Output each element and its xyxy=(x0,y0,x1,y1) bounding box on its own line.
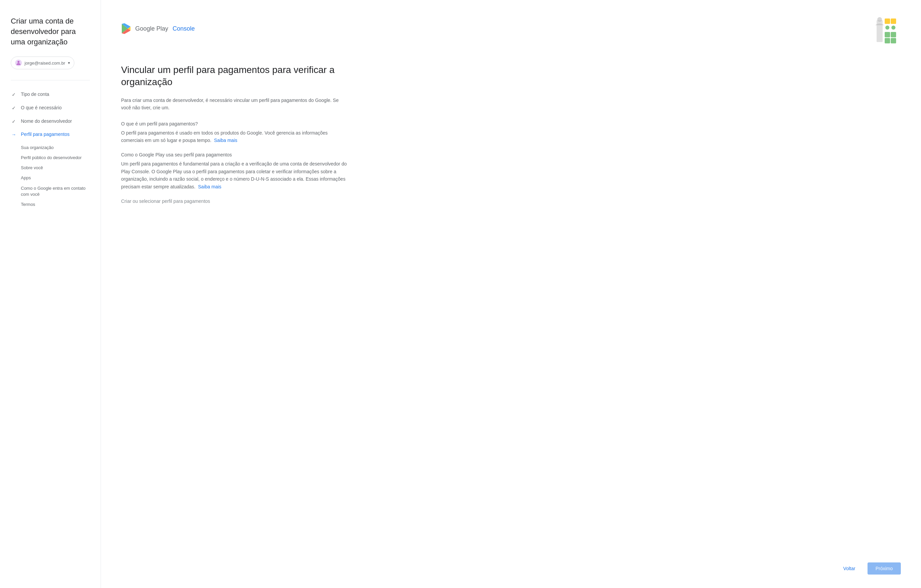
navigation-steps: ✓ Tipo de conta ✓ O que é necessário ✓ N… xyxy=(11,88,90,209)
account-email: jorge@raised.com.br xyxy=(24,60,65,65)
section1-text: O perfil para pagamentos é usado em todo… xyxy=(121,129,350,144)
step-tipo-conta: ✓ Tipo de conta xyxy=(11,88,90,101)
illustration-svg xyxy=(861,13,904,47)
content-area: Vincular um perfil para pagamentos para … xyxy=(121,64,350,224)
logo-text: Google Play Console xyxy=(135,25,195,32)
arrow-icon: → xyxy=(11,132,17,138)
logo-console: Console xyxy=(172,25,195,32)
google-play-logo-icon xyxy=(121,23,132,34)
step-o-que-necessario: ✓ O que é necessário xyxy=(11,102,90,114)
svg-rect-11 xyxy=(891,32,896,37)
step-label-o-que-necessario: O que é necessário xyxy=(21,104,62,111)
sub-step-sua-organizacao: Sua organização xyxy=(21,143,90,152)
back-button[interactable]: Voltar xyxy=(835,562,864,575)
svg-point-14 xyxy=(877,17,882,22)
section1-learn-more-link[interactable]: Saiba mais xyxy=(214,138,237,143)
sidebar-title: Criar uma conta de desenvolvedor para um… xyxy=(11,16,90,47)
step-label-perfil-pagamentos: Perfil para pagamentos xyxy=(21,131,70,138)
svg-point-8 xyxy=(885,26,889,29)
action-link-container: Criar ou selecionar perfil para pagament… xyxy=(121,199,350,204)
svg-rect-12 xyxy=(885,38,890,43)
check-icon-3: ✓ xyxy=(11,119,17,124)
section-what-is: O que é um perfil para pagamentos? O per… xyxy=(121,121,350,144)
step-perfil-pagamentos: → Perfil para pagamentos xyxy=(11,129,90,141)
svg-rect-13 xyxy=(891,38,896,43)
sub-step-termos: Termos xyxy=(21,200,90,209)
svg-rect-5 xyxy=(877,20,883,42)
section-how-google-uses: Como o Google Play usa seu perfil para p… xyxy=(121,152,350,191)
section2-title: Como o Google Play usa seu perfil para p… xyxy=(121,152,350,158)
step-nome-desenvolvedor: ✓ Nome do desenvolvedor xyxy=(11,116,90,127)
section1-title: O que é um perfil para pagamentos? xyxy=(121,121,350,127)
next-button[interactable]: Próximo xyxy=(867,562,901,575)
sub-step-apps: Apps xyxy=(21,174,90,182)
header: Google Play Console xyxy=(121,13,901,44)
sub-step-contato: Como o Google entra em contato com você xyxy=(21,184,90,199)
svg-point-0 xyxy=(18,61,20,63)
divider xyxy=(11,80,90,80)
step-label-nome-desenvolvedor: Nome do desenvolvedor xyxy=(21,118,72,125)
check-icon-2: ✓ xyxy=(11,105,17,111)
sub-step-sobre-voce: Sobre você xyxy=(21,163,90,172)
chevron-down-icon: ▾ xyxy=(68,60,70,65)
logo-google-play: Google Play xyxy=(135,25,168,32)
svg-rect-10 xyxy=(885,32,890,37)
sub-steps: Sua organização Perfil público do desenv… xyxy=(11,143,90,209)
logo: Google Play Console xyxy=(121,23,195,34)
svg-rect-7 xyxy=(891,18,896,24)
check-icon: ✓ xyxy=(11,91,17,98)
create-profile-link[interactable]: Criar ou selecionar perfil para pagament… xyxy=(121,199,210,204)
account-selector[interactable]: jorge@raised.com.br ▾ xyxy=(11,57,74,69)
main-content: Google Play Console xyxy=(101,0,921,588)
main-description: Para criar uma conta de desenvolvedor, é… xyxy=(121,96,350,112)
section2-learn-more-link[interactable]: Saiba mais xyxy=(198,184,221,189)
step-label-tipo-conta: Tipo de conta xyxy=(21,91,49,98)
sidebar: Criar uma conta de desenvolvedor para um… xyxy=(0,0,101,588)
footer-buttons: Voltar Próximo xyxy=(121,549,901,575)
header-illustration xyxy=(861,13,901,44)
page-title: Vincular um perfil para pagamentos para … xyxy=(121,64,350,88)
sub-step-perfil-publico: Perfil público do desenvolvedor xyxy=(21,153,90,162)
svg-point-9 xyxy=(892,26,895,29)
svg-rect-6 xyxy=(885,18,890,24)
section2-text: Um perfil para pagamentos é fundamental … xyxy=(121,160,350,191)
avatar xyxy=(15,60,22,66)
